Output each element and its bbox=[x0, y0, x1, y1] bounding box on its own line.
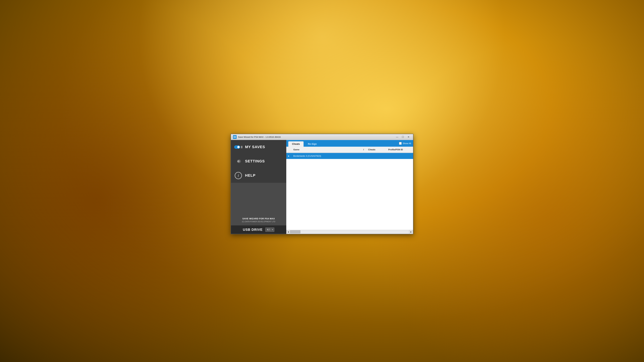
horizontal-scrollbar: ◀ ▶ bbox=[286, 230, 413, 234]
show-all-label[interactable]: Show All bbox=[403, 142, 411, 145]
my-saves-label: MY SAVES bbox=[245, 145, 265, 149]
table-body: ▶ Borderlands 3 (CUSA07823) bbox=[286, 153, 413, 230]
sidebar-item-my-saves[interactable]: MY SAVES bbox=[231, 140, 286, 154]
sidebar-item-help[interactable]: i HELP bbox=[231, 168, 286, 183]
scroll-track[interactable] bbox=[290, 230, 409, 233]
help-icon: i bbox=[234, 171, 242, 179]
maximize-button[interactable]: ☐ bbox=[400, 135, 405, 139]
row-expand-icon[interactable]: ▶ bbox=[286, 154, 291, 158]
ad-subtitle: (C) DATA POWER DEVELOPMENT LTD bbox=[242, 221, 275, 223]
col-expand bbox=[286, 148, 291, 151]
tabs-bar: Cheats Re-Sign Show All bbox=[286, 140, 413, 147]
table-row[interactable]: ▶ Borderlands 3 (CUSA07823) bbox=[286, 153, 413, 159]
show-all-checkbox[interactable] bbox=[399, 142, 402, 145]
table-area: Game / Cheats Profile/PSN ID ▶ Borderlan… bbox=[286, 147, 413, 234]
usb-drive-select-wrap[interactable]: K:\ bbox=[265, 227, 274, 232]
close-button[interactable]: ✕ bbox=[406, 135, 411, 139]
tab-resign[interactable]: Re-Sign bbox=[304, 141, 320, 147]
col-profile: Profile/PSN ID bbox=[386, 148, 413, 151]
sidebar-item-settings[interactable]: SETTINGS bbox=[231, 154, 286, 168]
sidebar: MY SAVES SETTINGS i HELP bbox=[231, 140, 286, 234]
window-title: Save Wizard for PS4 MAX - 1.0.6510.36416 bbox=[238, 136, 394, 138]
table-header: Game / Cheats Profile/PSN ID bbox=[286, 147, 413, 153]
help-label: HELP bbox=[245, 173, 256, 178]
content-area: Cheats Re-Sign Show All Game / Cheats Pr… bbox=[286, 140, 413, 234]
row-game-name: Borderlands 3 (CUSA07823) bbox=[291, 154, 361, 158]
col-sort[interactable]: / bbox=[361, 148, 366, 151]
show-all-area: Show All bbox=[399, 142, 411, 146]
usb-drive-select[interactable]: K:\ bbox=[265, 227, 274, 232]
titlebar: Save Wizard for PS4 MAX - 1.0.6510.36416… bbox=[231, 134, 413, 140]
svg-point-2 bbox=[234, 137, 235, 137]
ad-title: SAVE WIZARD FOR PS4 MAX bbox=[242, 217, 275, 220]
scroll-right-button[interactable]: ▶ bbox=[409, 230, 413, 233]
row-sort bbox=[361, 155, 366, 157]
app-icon bbox=[233, 135, 237, 139]
col-cheats: Cheats bbox=[366, 148, 386, 151]
minimize-button[interactable]: — bbox=[394, 135, 400, 139]
main-layout: MY SAVES SETTINGS i HELP bbox=[231, 140, 413, 234]
usb-bar: USB DRIVE K:\ bbox=[231, 225, 286, 234]
row-profile bbox=[386, 155, 413, 157]
scroll-left-button[interactable]: ◀ bbox=[286, 230, 290, 233]
window-controls: — ☐ ✕ bbox=[394, 135, 411, 139]
scroll-thumb[interactable] bbox=[290, 230, 300, 233]
tab-cheats[interactable]: Cheats bbox=[288, 141, 304, 147]
app-window: Save Wizard for PS4 MAX - 1.0.6510.36416… bbox=[230, 134, 414, 234]
my-saves-icon bbox=[234, 143, 242, 151]
usb-label: USB DRIVE bbox=[243, 228, 263, 232]
col-game: Game bbox=[291, 148, 361, 151]
settings-icon bbox=[234, 157, 242, 165]
settings-label: SETTINGS bbox=[245, 159, 265, 163]
row-cheats bbox=[366, 155, 386, 157]
sidebar-ad: SAVE WIZARD FOR PS4 MAX (C) DATA POWER D… bbox=[231, 183, 286, 225]
